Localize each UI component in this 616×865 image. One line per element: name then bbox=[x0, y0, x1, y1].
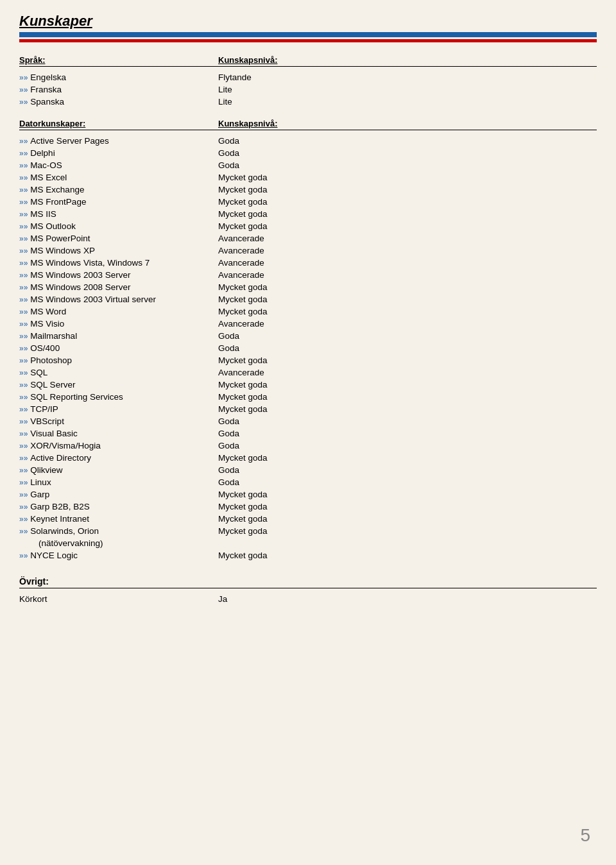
languages-col1-label: Språk: bbox=[19, 55, 218, 65]
ovrigt-header: Övrigt: bbox=[19, 576, 597, 588]
item-name: »» Visual Basic bbox=[19, 429, 218, 438]
item-label: Garp B2B, B2S bbox=[30, 502, 89, 511]
list-item: »» MS PowerPoint Avancerade bbox=[19, 233, 597, 244]
item-label: MS Windows XP bbox=[30, 246, 95, 255]
item-name: »» Garp B2B, B2S bbox=[19, 502, 218, 511]
list-item: »» MS Visio Avancerade bbox=[19, 318, 597, 329]
item-level: Avancerade bbox=[218, 270, 597, 280]
chevron-icon: »» bbox=[19, 381, 28, 390]
item-level: Mycket goda bbox=[218, 490, 597, 499]
chevron-icon: »» bbox=[19, 429, 28, 438]
chevron-icon: »» bbox=[19, 173, 28, 182]
item-level: Goda bbox=[218, 477, 597, 487]
list-item: »» MS IIS Mycket goda bbox=[19, 209, 597, 219]
item-name: »» MS Outlook bbox=[19, 221, 218, 231]
item-name: »» Delphi bbox=[19, 148, 218, 158]
computer-col2-label: Kunskapsnivå: bbox=[218, 119, 597, 128]
item-name: »» NYCE Logic bbox=[19, 551, 218, 560]
chevron-icon: »» bbox=[19, 490, 28, 499]
item-name: Körkort bbox=[19, 594, 218, 604]
item-label: (nätövervakning) bbox=[38, 538, 103, 548]
item-level: Goda bbox=[218, 136, 597, 146]
item-name: »» MS Windows 2003 Server bbox=[19, 270, 218, 280]
list-item: »» MS Windows Vista, Windows 7 Avancerad… bbox=[19, 257, 597, 268]
item-level: Mycket goda bbox=[218, 380, 597, 390]
chevron-icon: »» bbox=[19, 198, 28, 207]
chevron-icon: »» bbox=[19, 98, 28, 107]
item-name: »» VBScript bbox=[19, 416, 218, 426]
item-name: »» Qlikview bbox=[19, 465, 218, 475]
chevron-icon: »» bbox=[19, 441, 28, 450]
list-item: »» Mac-OS Goda bbox=[19, 160, 597, 171]
ovrigt-items: Körkort Ja bbox=[19, 594, 597, 604]
item-level: Avancerade bbox=[218, 368, 597, 377]
item-level: Flytande bbox=[218, 73, 597, 82]
item-label: MS Excel bbox=[30, 173, 67, 182]
item-label: Visual Basic bbox=[30, 429, 77, 438]
item-label: Photoshop bbox=[30, 355, 72, 365]
item-label: Active Directory bbox=[30, 453, 91, 463]
item-name: »» MS FrontPage bbox=[19, 197, 218, 207]
item-name: »» Garp bbox=[19, 490, 218, 499]
item-name: »» MS Visio bbox=[19, 319, 218, 329]
item-name: »» SQL bbox=[19, 368, 218, 377]
item-label: SQL Server bbox=[30, 380, 75, 390]
item-level: Mycket goda bbox=[218, 404, 597, 414]
list-item: »» Active Server Pages Goda bbox=[19, 135, 597, 146]
item-level: Ja bbox=[218, 594, 597, 604]
item-name: »» MS Windows 2008 Server bbox=[19, 282, 218, 292]
item-name: »» Mailmarshal bbox=[19, 331, 218, 341]
item-name: »» Active Directory bbox=[19, 453, 218, 463]
item-level: Mycket goda bbox=[218, 221, 597, 231]
list-item: »» Solarwinds, Orion Mycket goda bbox=[19, 526, 597, 536]
item-level: Mycket goda bbox=[218, 307, 597, 316]
item-level: Mycket goda bbox=[218, 502, 597, 511]
item-label: Linux bbox=[30, 477, 51, 487]
chevron-icon: »» bbox=[19, 137, 28, 146]
item-level: Lite bbox=[218, 97, 597, 107]
computer-col1-label: Datorkunskaper: bbox=[19, 119, 218, 128]
page-title: Kunskaper bbox=[19, 13, 597, 30]
item-label: Körkort bbox=[19, 594, 47, 604]
item-name: »» SQL Server bbox=[19, 380, 218, 390]
item-name: »» Linux bbox=[19, 477, 218, 487]
chevron-icon: »» bbox=[19, 320, 28, 329]
header-bar-blue bbox=[19, 32, 597, 37]
list-item: »» MS Excel Mycket goda bbox=[19, 172, 597, 183]
item-name: »» MS Exchange bbox=[19, 185, 218, 194]
item-name: »» TCP/IP bbox=[19, 404, 218, 414]
list-item: »» NYCE Logic Mycket goda bbox=[19, 550, 597, 561]
item-name: »» Mac-OS bbox=[19, 160, 218, 170]
header-bar-red bbox=[19, 39, 597, 42]
list-item: »» TCP/IP Mycket goda bbox=[19, 404, 597, 415]
item-name: »» Active Server Pages bbox=[19, 136, 218, 146]
languages-col2-label: Kunskapsnivå: bbox=[218, 55, 597, 65]
item-label: MS Visio bbox=[30, 319, 64, 329]
item-label: Franska bbox=[30, 85, 62, 94]
item-name: »» MS Windows 2003 Virtual server bbox=[19, 295, 218, 304]
item-level: Avancerade bbox=[218, 319, 597, 329]
item-level: Goda bbox=[218, 343, 597, 353]
list-item: »» Photoshop Mycket goda bbox=[19, 355, 597, 366]
item-level: Mycket goda bbox=[218, 392, 597, 402]
list-item: »» XOR/Visma/Hogia Goda bbox=[19, 440, 597, 451]
item-label: MS FrontPage bbox=[30, 197, 86, 207]
item-level: Mycket goda bbox=[218, 526, 597, 536]
chevron-icon: »» bbox=[19, 161, 28, 170]
item-label: OS/400 bbox=[30, 343, 60, 353]
item-name: »» Keynet Intranet bbox=[19, 514, 218, 524]
chevron-icon: »» bbox=[19, 393, 28, 402]
item-label: Mac-OS bbox=[30, 160, 62, 170]
list-item: »» Mailmarshal Goda bbox=[19, 330, 597, 341]
ovrigt-section: Övrigt: Körkort Ja bbox=[19, 576, 597, 604]
item-name: »» MS Excel bbox=[19, 173, 218, 182]
computer-section: Datorkunskaper: Kunskapsnivå: »» Active … bbox=[19, 119, 597, 561]
list-item: »» VBScript Goda bbox=[19, 416, 597, 427]
chevron-icon: »» bbox=[19, 417, 28, 426]
item-label: Spanska bbox=[30, 97, 64, 107]
chevron-icon: »» bbox=[19, 551, 28, 560]
item-label: MS Windows 2003 Server bbox=[30, 270, 130, 280]
list-item: »» Spanska Lite bbox=[19, 96, 597, 107]
chevron-icon: »» bbox=[19, 527, 28, 536]
item-name: »» MS Windows Vista, Windows 7 bbox=[19, 258, 218, 268]
